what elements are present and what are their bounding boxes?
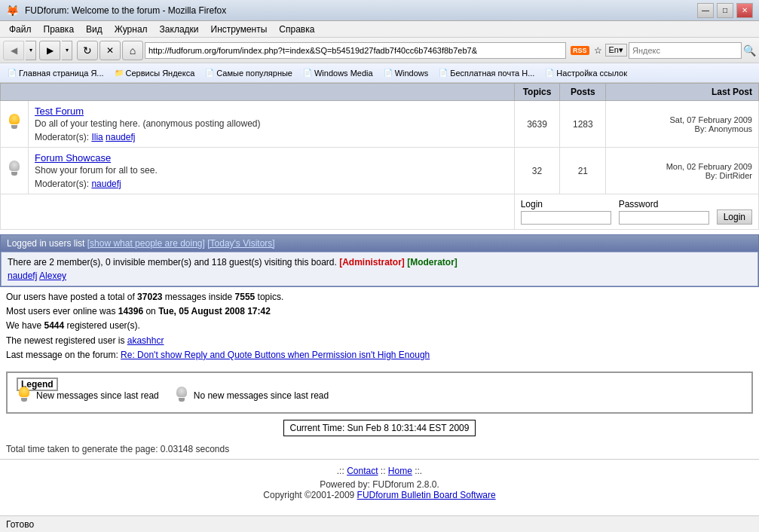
todays-visitors-link[interactable]: [Today's Visitors] [207, 238, 274, 249]
forum-posts-0: 1283 [560, 101, 606, 148]
forum-desc-0: Do all of your testing here. (anonymous … [35, 118, 508, 129]
forum-desc-1: Show your forum for all to see. [35, 165, 508, 176]
menu-help[interactable]: Справка [273, 23, 320, 36]
current-time-label: Current Time: [290, 423, 345, 433]
moderator-link-naudefj-1[interactable]: naudefj [91, 179, 121, 189]
bookmark-icon-4: 📄 [384, 69, 393, 77]
forum-info-1: Forum Showcase Show your forum for all t… [29, 148, 515, 194]
browser-content: Topics Posts Last Post [0, 83, 759, 515]
url-bar[interactable] [145, 42, 566, 59]
menu-bookmarks[interactable]: Закладки [154, 23, 205, 36]
user-link-alexey[interactable]: Alexey [39, 271, 66, 281]
moderator-link-naudefj-0[interactable]: naudefj [106, 132, 135, 142]
current-time-section: Current Time: Sun Feb 8 10:31:44 EST 200… [0, 420, 759, 436]
footer-contact-link[interactable]: Contact [347, 466, 378, 476]
stats-section: Our users have posted a total of 37023 m… [0, 287, 759, 365]
forum-posts-1: 21 [560, 148, 606, 194]
last-message-link[interactable]: Re: Don't show Reply and Quote Buttons w… [121, 350, 430, 360]
show-doing-link[interactable]: [show what people are doing] [87, 238, 205, 249]
close-button[interactable]: ✕ [736, 3, 753, 18]
mod-label: [Moderator] [407, 257, 458, 268]
online-users-line: naudefj Alexey [8, 271, 751, 281]
forum-info-0: Test Forum Do all of your testing here. … [29, 101, 515, 148]
home-button[interactable]: ⌂ [122, 41, 143, 60]
bookmark-1[interactable]: 📁 Сервисы Яндекса [110, 67, 200, 79]
forum-lastpost-1: Mon, 02 February 2009 By: DirtRider [606, 148, 759, 194]
browser-window: 🦊 FUDforum: Welcome to the forum - Mozil… [0, 0, 759, 515]
bookmarks-bar: 📄 Главная страница Я... 📁 Сервисы Яндекс… [0, 63, 759, 83]
back-button[interactable]: ◀ [3, 41, 24, 60]
bookmark-4[interactable]: 📄 Windows [379, 67, 433, 79]
bookmark-icon-3: 📄 [303, 69, 312, 77]
forum-name-1[interactable]: Forum Showcase [35, 152, 111, 164]
search-input[interactable] [629, 42, 742, 59]
time-box: Current Time: Sun Feb 8 10:31:44 EST 200… [283, 420, 476, 436]
menu-tools[interactable]: Инструменты [205, 23, 274, 36]
current-time-value: Sun Feb 8 10:31:44 EST 2009 [347, 423, 470, 433]
forum-lastpost-0: Sat, 07 February 2009 By: Anonymous [606, 101, 759, 148]
menu-file[interactable]: Файл [3, 23, 38, 36]
logged-in-header: Logged in users list [show what people a… [1, 235, 758, 252]
footer-copyright-link[interactable]: FUDforum Bulletin Board Software [357, 490, 496, 500]
language-selector[interactable]: En▾ [605, 44, 627, 57]
footer-copyright: Copyright ©2001-2009 [263, 490, 357, 500]
forum-topics-1: 32 [514, 148, 560, 194]
bookmark-icon-1: 📁 [115, 69, 124, 77]
back-dropdown[interactable]: ▾ [26, 41, 36, 60]
legend-new-bulb [17, 387, 32, 405]
total-time: Total time taken to generate the page: 0… [0, 442, 759, 456]
bookmark-icon-0: 📄 [8, 69, 17, 77]
titlebar: 🦊 FUDforum: Welcome to the forum - Mozil… [0, 0, 759, 21]
logged-in-content: There are 2 member(s), 0 invisible membe… [1, 252, 758, 286]
menu-edit[interactable]: Правка [38, 23, 81, 36]
bookmark-0[interactable]: 📄 Главная страница Я... [3, 67, 109, 79]
footer-dots-pre: .:: [337, 466, 344, 476]
forum-moderators-1: Moderator(s): naudefj [35, 179, 508, 189]
legend-nonew-label: No new messages since last read [194, 390, 329, 401]
admin-label: [Administrator] [339, 257, 405, 268]
star-icon: ☆ [594, 45, 602, 56]
login-password-label: Password [619, 199, 709, 209]
login-button[interactable]: Login [717, 209, 752, 225]
menu-history[interactable]: Журнал [109, 23, 154, 36]
maximize-button[interactable]: □ [717, 3, 733, 18]
browser-title: FUDforum: Welcome to the forum - Mozilla… [25, 5, 226, 16]
login-username-group: Login [521, 199, 611, 225]
forum-name-0[interactable]: Test Forum [35, 105, 84, 117]
user-link-naudefj[interactable]: naudefj [8, 271, 37, 281]
bookmark-3[interactable]: 📄 Windows Media [298, 67, 378, 79]
bookmark-6[interactable]: 📄 Настройка ссылок [540, 67, 632, 79]
nav-bar: ◀ ▾ ▶ ▾ ↻ ✕ ⌂ RSS ☆ En▾ 🔍 [0, 38, 759, 63]
footer-home-link[interactable]: Home [388, 466, 412, 476]
minimize-button[interactable]: — [697, 3, 714, 18]
bookmark-2[interactable]: 📄 Самые популярные [200, 67, 297, 79]
login-password-input[interactable] [619, 211, 709, 225]
legend-section: Legend New messages since last read No n… [6, 371, 753, 414]
login-cell [1, 194, 515, 230]
forward-dropdown[interactable]: ▾ [62, 41, 72, 60]
reload-button[interactable]: ↻ [77, 41, 98, 60]
table-row: Test Forum Do all of your testing here. … [1, 101, 759, 148]
bookmark-5[interactable]: 📄 Бесплатная почта Н... [434, 67, 539, 79]
newest-user-link[interactable]: akashhcr [127, 335, 164, 346]
search-button[interactable]: 🔍 [743, 44, 756, 57]
bookmark-icon-6: 📄 [545, 69, 554, 77]
stop-button[interactable]: ✕ [99, 41, 121, 60]
status-bar: Готово [0, 515, 759, 532]
forward-button[interactable]: ▶ [39, 41, 60, 60]
forum-moderators-0: Moderator(s): Ilia naudefj [35, 132, 508, 142]
menu-view[interactable]: Вид [80, 23, 109, 36]
bookmark-icon-2: 📄 [205, 69, 214, 77]
login-username-input[interactable] [521, 211, 611, 225]
table-row: Forum Showcase Show your forum for all t… [1, 148, 759, 194]
login-row: Login Password Login [1, 194, 759, 230]
page-footer: .:: Contact :: Home ::. Powered by: FUDf… [0, 463, 759, 506]
login-form-cell: Login Password Login [514, 194, 758, 230]
moderator-link-ilia[interactable]: Ilia [91, 132, 103, 142]
login-username-label: Login [521, 199, 611, 209]
logged-in-section: Logged in users list [show what people a… [0, 234, 759, 287]
forum-table: Topics Posts Last Post [0, 83, 759, 230]
bulb-new-icon [7, 114, 22, 132]
bulb-nonew-icon [7, 161, 22, 179]
forum-topics-0: 3639 [514, 101, 560, 148]
